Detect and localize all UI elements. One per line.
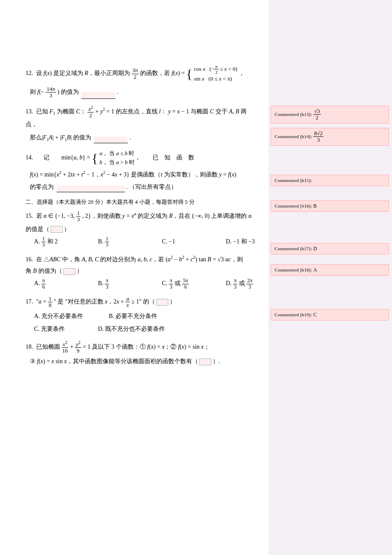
q17-afrac: a x (125, 296, 130, 309)
comment-s16: Commented [S16]: B (271, 200, 389, 212)
q17-optD[interactable]: D. 既不充分也不必要条件 (98, 324, 165, 334)
section2-title: 二、选择题（本大题满分 20 分）本大题共有 4 小题，每题答对得 5 分 (26, 198, 256, 206)
comment-h18-value: A (313, 267, 317, 273)
q14-num: 14. (26, 155, 33, 161)
q12-num: 12. (26, 70, 33, 76)
q14-answer-blank[interactable] (57, 185, 125, 192)
question-12: 12. 设 f(x) 是定义域为 R，最小正周期为 3π 2 的函数，若 f(x… (26, 64, 256, 99)
q14-piecewise: { a， 当 a ≤ b 时 b， 当 a > b 时 (92, 149, 135, 167)
q16-options: A. π6 B. π3 C. π3 或 5π6 D. π3 或 2π3 (34, 278, 256, 289)
comment-h18: Commented [h18]: A (271, 264, 389, 276)
question-13: 13. 已知 F1 为椭圆 C： x2 2 + y2 = 1 的左焦点，直线 l… (26, 105, 256, 144)
q18-frac2: y2 9 (75, 340, 81, 354)
comment-panel: Commented [h13]: √3 2 Commented [h14]: 8… (268, 0, 392, 555)
comment-h17-value: D (313, 246, 317, 251)
q17-answer-blank[interactable] (156, 299, 168, 306)
question-15: 15. 若 α ∈ {−1, −3, 1 3 , 2}，则使函数 y = xα … (26, 210, 256, 248)
q17-optB[interactable]: B. 必要不充分条件 (109, 311, 157, 321)
comment-h18-label: Commented [h18]: (274, 267, 312, 272)
comment-h17-label: Commented [h17]: (274, 246, 312, 251)
comment-h19-value: C (313, 312, 317, 318)
q16-answer-blank[interactable] (63, 268, 75, 275)
q18-answer-blank[interactable] (199, 358, 211, 365)
q15-num: 15. (26, 213, 33, 219)
q15-optD[interactable]: D. −1 和 −3 (226, 236, 264, 248)
question-14: 14. 记 min{a, b} = { a， 当 a ≤ b 时 b， 当 a … (26, 149, 256, 192)
comment-h15: Commented [h15]: (271, 175, 389, 186)
q12-arg: 14π 3 (46, 86, 56, 99)
q16-num: 16. (26, 256, 33, 263)
q13-num: 13. (26, 108, 33, 114)
comment-h19-label: Commented [h19]: (274, 312, 312, 317)
q15-optC[interactable]: C. −1 (162, 236, 200, 248)
q16-optC[interactable]: C. π3 或 5π6 (162, 278, 200, 289)
q12-period: 3π 2 (132, 67, 139, 80)
q16-optB[interactable]: B. π3 (98, 278, 136, 289)
q17-num: 17. (26, 298, 33, 305)
q17-options2: C. 充要条件 D. 既不充分也不必要条件 (34, 324, 256, 334)
question-18: 18. 已知椭圆 x2 16 + y2 9 = 1 及以下 3 个函数：① f(… (26, 340, 256, 367)
q15-frac: 1 3 (76, 210, 81, 223)
comment-h14-label: Commented [h14]: (274, 134, 312, 139)
q18-frac1: x2 16 (61, 340, 69, 354)
comment-h13-label: Commented [h13]: (274, 112, 312, 117)
q15-optB[interactable]: B. 13 (98, 236, 136, 248)
q12-piecewise: { cos x (−π2 ≤ x < 0) sin x (0 ≤ x < π) (186, 64, 237, 84)
q17-options: A. 充分不必要条件 B. 必要不充分条件 (34, 311, 256, 321)
q17-optC[interactable]: C. 充要条件 (34, 324, 72, 334)
q15-optA[interactable]: A. 13 和 2 (34, 236, 72, 248)
main-content: 12. 设 f(x) 是定义域为 R，最小正周期为 3π 2 的函数，若 f(x… (0, 0, 264, 555)
question-16: 16. 在 △ABC 中，角 A, B, C 的对边分别为 a, b, c，若 … (26, 254, 256, 290)
q16-optD[interactable]: D. π3 或 2π3 (226, 278, 264, 289)
comment-h19: Commented [h19]: C (271, 309, 389, 321)
q18-num: 18. (26, 344, 33, 350)
comment-h13-value: √3 2 (313, 111, 321, 117)
q13-answer-blank[interactable] (94, 136, 128, 143)
comment-h17: Commented [h17]: D (271, 243, 389, 254)
comment-h14-value: 8√2 3 (313, 133, 323, 139)
comment-s16-label: Commented [S16]: (274, 203, 312, 208)
q15-answer-blank[interactable] (51, 226, 63, 233)
q12-answer-blank[interactable] (81, 92, 115, 99)
q13-frac: x2 2 (87, 105, 94, 119)
comment-h14: Commented [h14]: 8√2 3 (271, 128, 389, 146)
q16-optA[interactable]: A. π6 (34, 278, 72, 289)
comment-h13: Commented [h13]: √3 2 (271, 106, 389, 124)
q15-options: A. 13 和 2 B. 13 C. −1 D. −1 和 −3 (34, 236, 256, 248)
comment-s16-value: B (313, 203, 317, 209)
comment-h15-label: Commented [h15]: (274, 178, 312, 183)
q17-frac: 1 8 (48, 296, 52, 309)
q17-optA[interactable]: A. 充分不必要条件 (34, 311, 83, 321)
question-17: 17. "a = 1 8 " 是 "对任意的正数 x，2x + a x ≥ 1"… (26, 296, 256, 334)
